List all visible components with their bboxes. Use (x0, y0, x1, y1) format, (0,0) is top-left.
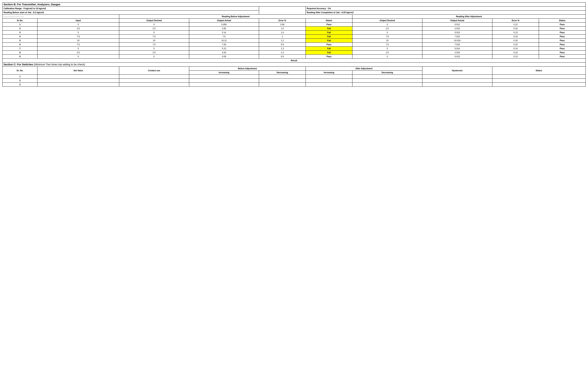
cell (189, 78, 259, 83)
cell: 7.5 (352, 43, 422, 46)
cell: 10 (352, 39, 422, 43)
cell: 4 (2, 34, 37, 39)
cell: 2.5 (352, 26, 422, 31)
cell (352, 78, 422, 83)
section-c-title-bold: Section C: For Switches (3, 63, 33, 66)
c-col-before-inc: Increasing (189, 71, 259, 75)
cell: 2 (2, 78, 37, 83)
cell: 5 (119, 46, 189, 51)
cell: 0.9 (259, 55, 306, 58)
cell (492, 83, 586, 87)
c-col-setvalue: Set Value (37, 66, 119, 75)
table-row: 1 (2, 75, 586, 78)
cell: Fail (306, 51, 352, 55)
cell: 10.016 (422, 39, 492, 43)
cell: 5 (352, 46, 422, 51)
hdr-after-adjustment: Reading After Adjustment (352, 14, 586, 19)
cell: 1.5 (259, 26, 306, 31)
cell: 2.5 (119, 51, 189, 55)
cell: 0.13 (492, 31, 539, 34)
calibration-range: Calibration Range : 0 kg/cm2 to 10 kg/cm… (2, 6, 259, 11)
cell (259, 78, 306, 83)
cell: 5 (37, 46, 119, 51)
cell: Fail (306, 46, 352, 51)
cell: 2.5 (352, 51, 422, 55)
cell: 0.15 (492, 26, 539, 31)
cell: 0.056 (189, 22, 259, 26)
cell: 10 (37, 39, 119, 43)
table-row: 5101010.121.2Fail1010.0160.16Pass (2, 39, 586, 43)
cell: Pass (306, 22, 352, 26)
cell: 5 (2, 39, 37, 43)
reading-after-job: Reading After Completion of Job : 8.25 k… (306, 11, 586, 14)
cell: 0.16 (492, 34, 539, 39)
cell: 0.09 (189, 55, 259, 58)
cell: 0.14 (492, 46, 539, 51)
cell: 7.5 (352, 34, 422, 39)
cell: 0 (119, 22, 189, 26)
cell: Pass (306, 55, 352, 58)
cell: 7.515 (422, 43, 492, 46)
cell: 3 (2, 31, 37, 34)
reading-before-job: Reading Before start of Job : 8.2 kg/cm2 (2, 11, 259, 14)
cell: 5 (37, 31, 119, 34)
cell: 0.15 (492, 43, 539, 46)
cell: Fail (306, 39, 352, 43)
cell: 9 (2, 55, 37, 58)
col-status-after: Status (539, 19, 586, 22)
cell: 1 (2, 22, 37, 26)
c-col-status: Status (492, 66, 586, 75)
cell: 7 (2, 46, 37, 51)
cell: Fail (306, 34, 352, 39)
cell: 2.5 (37, 26, 119, 31)
cell: 5 (119, 31, 189, 34)
cell: Pass (539, 43, 586, 46)
cell: 0 (352, 55, 422, 58)
section-c-title: Section C: For Switches (Minimum Two tim… (2, 63, 586, 66)
table-row: 82.52.52.631.3Fail2.52.5160.16Pass (2, 51, 586, 55)
table-row: 47.57.57.61Fail7.57.5160.16Pass (2, 34, 586, 39)
cell (37, 83, 119, 87)
cell: 10 (119, 39, 189, 43)
section-b-title: Section B: For Transmitter, Analyzers, G… (2, 2, 586, 6)
col-error-before: Error % (259, 19, 306, 22)
cell: 0.13 (492, 55, 539, 58)
cell (306, 75, 352, 78)
cell: Pass (306, 43, 352, 46)
cell: 5.013 (422, 31, 492, 34)
cell (189, 75, 259, 78)
table-row: 3555.141.4Fail55.0130.13Pass (2, 31, 586, 34)
cell: 2.5 (37, 51, 119, 55)
col-out-actual-before: Output Actual (189, 19, 259, 22)
table-row: 7555.131.3Fail55.0140.14Pass (2, 46, 586, 51)
cell: 5.014 (422, 46, 492, 51)
cell: Pass (539, 51, 586, 55)
calibration-report-table: Section B: For Transmitter, Analyzers, G… (2, 2, 586, 87)
cell: 1.3 (259, 51, 306, 55)
watermark: InstrumentationTools.com (2, 14, 119, 19)
cell (37, 75, 119, 78)
cell: Pass (539, 55, 586, 58)
cell: 7.59 (189, 43, 259, 46)
table-row: 3 (2, 83, 586, 87)
c-col-after-inc: Increasing (306, 71, 352, 75)
cell: 5 (352, 31, 422, 34)
cell: 0.013 (422, 55, 492, 58)
cell: 1.2 (259, 39, 306, 43)
c-col-before: Before Adjustment (189, 66, 306, 71)
cell: Pass (539, 26, 586, 31)
cell (259, 75, 306, 78)
cell: Pass (539, 39, 586, 43)
cell: 1.3 (259, 46, 306, 51)
cell (352, 83, 422, 87)
c-col-sr: Sr. No. (2, 66, 37, 75)
cell: 2.516 (422, 51, 492, 55)
col-error-after: Error % (492, 19, 539, 22)
cell: 2.5 (119, 26, 189, 31)
table-row: 9000.090.9Pass00.0130.13Pass (2, 55, 586, 58)
result-row: Result (2, 58, 586, 63)
table-row: 22.52.52.651.5Fail2.52.5150.15Pass (2, 26, 586, 31)
cell (492, 78, 586, 83)
cell (119, 83, 189, 87)
col-out-actual-after: Output Actual (422, 19, 492, 22)
